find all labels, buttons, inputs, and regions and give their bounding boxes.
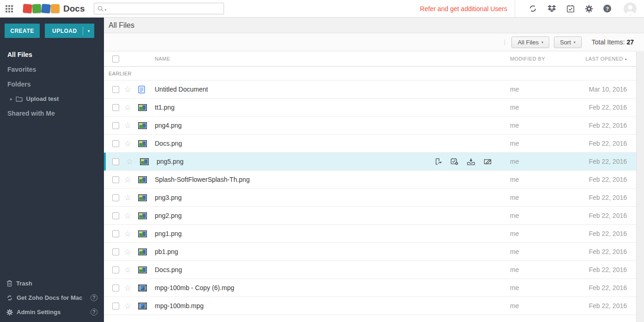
last-opened: Feb 22, 2016 xyxy=(565,122,636,129)
create-button[interactable]: CREATE xyxy=(5,24,40,38)
table-row[interactable]: ☆ xyxy=(104,297,636,315)
favorite-star-icon[interactable]: ☆ xyxy=(124,284,131,292)
favorite-star-icon[interactable]: ☆ xyxy=(124,122,131,130)
table-row[interactable]: ☆ xyxy=(104,171,636,189)
upload-button[interactable]: UPLOAD ▾ xyxy=(45,24,94,38)
file-type-icon xyxy=(138,104,155,111)
favorite-star-icon[interactable]: ☆ xyxy=(124,104,131,111)
favorite-star-icon[interactable]: ☆ xyxy=(124,302,131,310)
help-icon[interactable]: ? xyxy=(91,294,97,301)
file-table: NAME MODIFIED BY LAST OPENED▾ EARLIER ☆ xyxy=(104,51,636,315)
sidebar: CREATE UPLOAD ▾ ▸ All Files ▸ xyxy=(0,18,104,322)
row-checkbox[interactable] xyxy=(112,303,119,310)
edit-icon[interactable] xyxy=(484,158,492,165)
row-checkbox[interactable] xyxy=(112,194,119,201)
row-checkbox[interactable] xyxy=(112,104,119,111)
row-checkbox[interactable] xyxy=(112,230,119,237)
avatar[interactable] xyxy=(624,2,637,15)
sidebar-item[interactable]: ▸ Upload test xyxy=(0,92,104,106)
refer-link[interactable]: Refer and get additional Users xyxy=(420,5,507,12)
row-checkbox[interactable] xyxy=(112,122,119,129)
file-name[interactable]: png5.png xyxy=(157,158,183,165)
task-add-icon[interactable] xyxy=(450,158,458,165)
table-row[interactable]: ☆ xyxy=(104,189,636,207)
name-column-header[interactable]: NAME xyxy=(155,56,510,62)
table-row[interactable]: ☆ xyxy=(104,243,636,261)
upload-caret-icon[interactable]: ▾ xyxy=(83,29,95,33)
table-row[interactable]: ☆ xyxy=(104,135,636,153)
sidebar-item[interactable]: ▸ Folders xyxy=(0,77,104,92)
help-icon[interactable]: ? xyxy=(603,5,611,12)
image-icon xyxy=(138,140,147,147)
row-checkbox[interactable] xyxy=(112,212,119,219)
search-box[interactable]: ▾ xyxy=(94,3,224,14)
modified-by: me xyxy=(510,230,565,237)
page-title-bar: All Files xyxy=(104,18,644,33)
search-input[interactable] xyxy=(108,5,220,12)
help-icon[interactable]: ? xyxy=(91,309,97,316)
file-name[interactable]: png2.png xyxy=(155,212,182,219)
sidebar-bottom-item[interactable]: Admin Settings ? xyxy=(0,305,104,319)
favorite-star-icon[interactable]: ☆ xyxy=(124,86,131,93)
table-row[interactable]: ☆ xyxy=(104,117,636,135)
row-checkbox[interactable] xyxy=(112,86,119,93)
table-row[interactable]: ☆ xyxy=(104,153,636,171)
sidebar-item[interactable]: ▸ Favorites xyxy=(0,62,104,77)
gear-icon[interactable] xyxy=(585,5,593,13)
favorite-star-icon[interactable]: ☆ xyxy=(124,140,131,148)
dropbox-icon[interactable] xyxy=(547,5,556,13)
sync-icon[interactable] xyxy=(529,4,537,13)
download-icon[interactable] xyxy=(467,158,475,165)
favorite-star-icon[interactable]: ☆ xyxy=(124,230,131,238)
scrollbar-track[interactable] xyxy=(636,52,644,322)
app-launcher-icon[interactable] xyxy=(6,5,13,12)
expand-caret-icon[interactable]: ▸ xyxy=(10,97,12,101)
table-row[interactable]: ☆ xyxy=(104,261,636,279)
modified-by: me xyxy=(510,212,565,219)
modified-by-column-header[interactable]: MODIFIED BY xyxy=(510,56,565,62)
file-type-icon xyxy=(138,122,155,129)
sidebar-item[interactable]: ▸ All Files xyxy=(0,47,104,62)
table-row[interactable]: ☆ xyxy=(104,225,636,243)
sidebar-item[interactable]: ▸ Shared with Me xyxy=(0,106,104,121)
share-icon[interactable] xyxy=(434,158,442,165)
filter-dropdown-button[interactable]: All Files ▾ xyxy=(511,37,549,48)
favorite-star-icon[interactable]: ☆ xyxy=(124,194,131,202)
file-name[interactable]: tt1.png xyxy=(155,104,175,111)
image-icon xyxy=(138,230,147,237)
select-all-checkbox[interactable] xyxy=(112,56,119,62)
file-name[interactable]: Docs.png xyxy=(155,266,182,273)
sync-icon xyxy=(6,295,13,301)
row-checkbox[interactable] xyxy=(112,158,119,165)
table-row[interactable]: ☆ xyxy=(104,207,636,225)
favorite-star-icon[interactable]: ☆ xyxy=(126,158,133,166)
sort-dropdown-button[interactable]: Sort ▾ xyxy=(554,37,582,48)
sidebar-bottom-item[interactable]: Trash xyxy=(0,276,104,291)
file-name[interactable]: png3.png xyxy=(155,194,182,201)
row-checkbox[interactable] xyxy=(112,285,119,291)
file-name[interactable]: mpg-100mb - Copy (6).mpg xyxy=(155,284,234,291)
row-checkbox[interactable] xyxy=(112,248,119,255)
file-name[interactable]: Docs.png xyxy=(155,140,182,147)
favorite-star-icon[interactable]: ☆ xyxy=(124,266,131,274)
last-opened-column-header[interactable]: LAST OPENED▾ xyxy=(565,56,636,62)
file-name[interactable]: png4.png xyxy=(155,122,182,129)
row-checkbox[interactable] xyxy=(112,176,119,183)
tasks-icon[interactable] xyxy=(566,5,575,13)
favorite-star-icon[interactable]: ☆ xyxy=(124,248,131,256)
row-checkbox[interactable] xyxy=(112,140,119,147)
row-checkbox[interactable] xyxy=(112,266,119,273)
favorite-star-icon[interactable]: ☆ xyxy=(124,212,131,220)
file-name[interactable]: Splash-SoftFlowerSplash-Th.png xyxy=(155,176,249,183)
zoho-logo[interactable] xyxy=(23,4,60,13)
file-name[interactable]: mpg-100mb.mpg xyxy=(155,302,204,310)
sidebar-bottom-item[interactable]: Get Zoho Docs for Mac ? xyxy=(0,291,104,305)
file-name[interactable]: png1.png xyxy=(155,230,182,237)
favorite-star-icon[interactable]: ☆ xyxy=(124,176,131,184)
last-opened: Mar 10, 2016 xyxy=(565,86,636,93)
table-row[interactable]: ☆ xyxy=(104,99,636,117)
file-name[interactable]: pb1.png xyxy=(155,248,178,255)
file-name[interactable]: Untitled Document xyxy=(155,86,208,93)
table-row[interactable]: ☆ xyxy=(104,279,636,297)
table-row[interactable]: ☆ xyxy=(104,80,636,99)
